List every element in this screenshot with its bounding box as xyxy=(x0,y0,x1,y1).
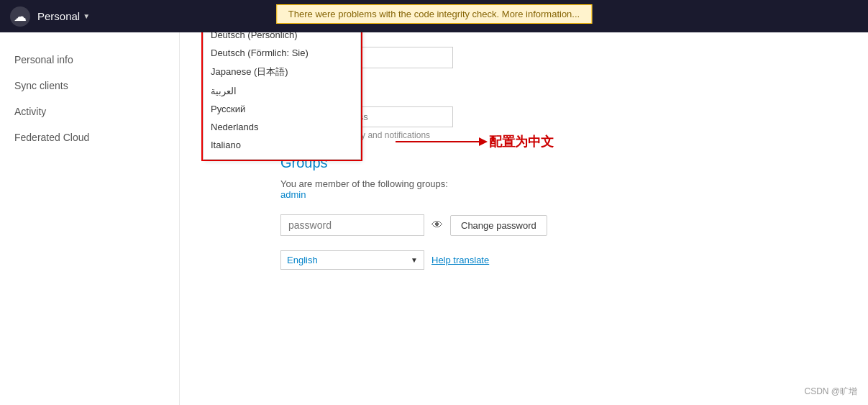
email-section: Email for password recovery and notifica… xyxy=(280,83,846,140)
password-visibility-icon[interactable]: 👁 xyxy=(431,219,443,232)
sidebar: Personal info Sync clients Activity Fede… xyxy=(0,32,180,405)
username-field xyxy=(280,47,846,68)
annotation-arrow: 配置为中文 xyxy=(396,133,554,150)
groups-section-title: Groups xyxy=(280,155,846,171)
sidebar-item-federated-cloud[interactable]: Federated Cloud xyxy=(0,124,179,150)
language-section: English Castellano Français Deutsch (Per… xyxy=(280,250,846,270)
lang-option-russian[interactable]: Русский xyxy=(204,100,360,118)
arrow-line xyxy=(396,141,482,142)
annotation-text: 配置为中文 xyxy=(489,133,554,150)
language-dropdown-list: English Castellano Français Deutsch (Per… xyxy=(203,32,361,160)
sidebar-item-activity[interactable]: Activity xyxy=(0,99,179,124)
lang-option-dutch[interactable]: Nederlands xyxy=(204,118,360,136)
language-dropdown-container: English Castellano Français Deutsch (Per… xyxy=(201,32,362,161)
brand-name[interactable]: Personal ▼ xyxy=(37,10,90,22)
lang-option-deutsch-pers[interactable]: Deutsch (Persönlich) xyxy=(204,32,360,44)
language-current-label: English xyxy=(287,255,408,265)
topbar: ☁ Personal ▼ There were problems with th… xyxy=(0,0,868,32)
language-caret-icon: ▼ xyxy=(411,256,418,264)
cloud-logo: ☁ xyxy=(9,5,32,28)
password-input[interactable] xyxy=(280,214,424,236)
watermark: CSDN @旷增 xyxy=(804,386,857,398)
sidebar-item-sync-clients[interactable]: Sync clients xyxy=(0,73,179,99)
content-area: Email for password recovery and notifica… xyxy=(280,47,846,270)
brand-caret-icon: ▼ xyxy=(83,12,90,20)
groups-section: Groups You are member of the following g… xyxy=(280,155,846,200)
password-section: 👁 Change password xyxy=(280,214,846,236)
lang-option-portugues-br[interactable]: Português brasileiro xyxy=(204,154,360,159)
layout: Personal info Sync clients Activity Fede… xyxy=(0,32,868,405)
group-name: admin xyxy=(280,189,846,200)
lang-option-japanese[interactable]: Japanese (日本語) xyxy=(204,62,360,82)
lang-option-italian[interactable]: Italiano xyxy=(204,136,360,154)
email-helper-text: for password recovery and notifications xyxy=(280,130,846,140)
help-translate-link[interactable]: Help translate xyxy=(431,255,489,265)
lang-option-deutsch-form[interactable]: Deutsch (Förmlich: Sie) xyxy=(204,44,360,62)
main-content: A Email for password recovery and notifi… xyxy=(180,32,868,405)
change-password-button[interactable]: Change password xyxy=(450,215,547,236)
language-dropdown-inner[interactable]: English Castellano Français Deutsch (Per… xyxy=(204,32,360,159)
sidebar-item-personal-info[interactable]: Personal info xyxy=(0,47,179,73)
warning-banner: There were problems with the code integr… xyxy=(276,4,592,24)
svg-text:☁: ☁ xyxy=(14,9,27,24)
lang-option-arabic[interactable]: العربية xyxy=(204,82,360,100)
language-select-button[interactable]: English ▼ xyxy=(280,250,424,270)
groups-member-text: You are member of the following groups: xyxy=(280,178,846,189)
language-dropdown-red-border: English Castellano Français Deutsch (Per… xyxy=(201,32,362,161)
email-section-title: Email xyxy=(280,83,846,99)
